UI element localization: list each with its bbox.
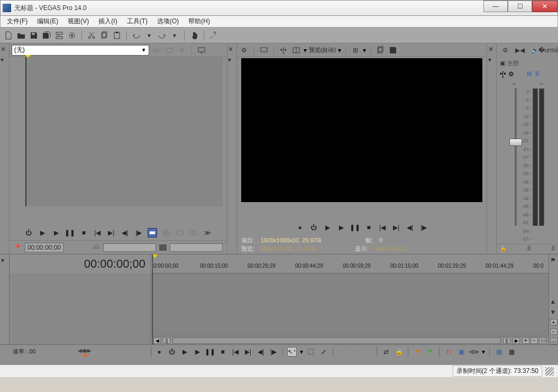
redo-dropdown-icon[interactable]: ▾ — [169, 30, 180, 41]
open-folder-icon[interactable] — [16, 30, 26, 41]
downmix-icon[interactable]: �următ — [544, 45, 555, 56]
prev-frame-icon[interactable]: ◀| — [256, 347, 266, 357]
overlays-icon[interactable]: ⊞ — [350, 45, 361, 56]
event-pan-icon[interactable]: ▦ — [507, 347, 516, 357]
ripple-icon[interactable]: ⇄ — [381, 347, 391, 357]
properties-icon[interactable] — [67, 30, 77, 41]
stop-icon[interactable]: ■ — [364, 223, 373, 232]
pause-icon[interactable]: ❚❚ — [65, 228, 75, 238]
fit-icon[interactable] — [175, 228, 185, 238]
fx-icon[interactable] — [164, 45, 175, 56]
minimize-button[interactable]: — — [483, 1, 508, 12]
next-frame-icon[interactable]: |▶ — [419, 223, 428, 232]
auto-crossfade-icon[interactable]: ⊲⊳ — [469, 347, 479, 357]
save-icon[interactable] — [29, 30, 39, 41]
pause-icon[interactable]: ❚❚ — [350, 223, 360, 232]
trimmer-timecode[interactable]: 00:00:00;00 — [25, 243, 63, 252]
pause-icon[interactable]: ❚❚ — [205, 347, 215, 357]
close-panel-icon[interactable]: ✕ — [1, 45, 8, 53]
record-icon[interactable]: ● — [154, 347, 164, 357]
trimmer-view[interactable] — [25, 57, 223, 206]
next-frame-icon[interactable]: |▶ — [269, 347, 278, 357]
prev-frame-icon[interactable]: ◀| — [120, 228, 130, 238]
redo-icon[interactable] — [157, 30, 167, 41]
insert-icon[interactable] — [189, 228, 198, 238]
play-icon[interactable]: ▶ — [193, 347, 202, 357]
output-fx-icon[interactable]: •[• — [278, 45, 289, 56]
volume-slider[interactable] — [515, 88, 517, 226]
lock-icon[interactable]: 🔒 — [500, 245, 506, 251]
track-list[interactable] — [10, 274, 151, 344]
timeline-counter[interactable]: 00:00:00;00 — [10, 254, 151, 274]
menu-view[interactable]: 视图(V) — [63, 16, 93, 27]
preview-settings-icon[interactable]: ⚙ — [239, 45, 250, 56]
zoom-tool-icon[interactable]: ⤢ — [319, 347, 328, 357]
stop-icon[interactable]: ■ — [218, 347, 227, 357]
automation-icon[interactable]: ⚙ — [508, 70, 514, 78]
dim-output-icon[interactable]: ▶◀ — [515, 45, 525, 56]
go-end-icon[interactable]: ▶| — [391, 223, 401, 232]
split-screen-icon[interactable] — [291, 45, 301, 56]
scroll-left-icon[interactable]: ◀ — [153, 338, 161, 344]
region-start-input[interactable] — [103, 243, 156, 252]
play-icon[interactable]: ▶ — [51, 228, 61, 238]
go-start-icon[interactable]: |◀ — [378, 223, 387, 232]
undo-icon[interactable] — [131, 30, 142, 41]
marker-icon[interactable]: ⚑ — [413, 347, 422, 357]
split-icon[interactable]: ✕ — [363, 347, 372, 357]
menu-file[interactable]: 文件(F) — [3, 16, 32, 27]
auto-ripple-icon[interactable]: ▦ — [494, 347, 504, 357]
scroll-right-icon[interactable]: || — [503, 338, 510, 344]
help-icon[interactable]: ? — [208, 30, 219, 41]
touch-icon[interactable] — [189, 30, 199, 41]
undo-dropdown-icon[interactable]: ▾ — [144, 30, 154, 41]
play-start-icon[interactable]: ▶ — [180, 347, 189, 357]
loop-icon[interactable]: ⏻ — [309, 223, 318, 232]
close-panel-icon[interactable]: ✕ — [228, 45, 235, 53]
go-start-icon[interactable]: |◀ — [93, 228, 102, 238]
menu-edit[interactable]: 编辑(E) — [33, 16, 62, 27]
menu-options[interactable]: 选项(O) — [153, 16, 183, 27]
paste-icon[interactable] — [112, 30, 122, 41]
trimmer-media-dropdown[interactable]: (无) ▼ — [12, 45, 149, 56]
render-icon[interactable] — [54, 30, 65, 41]
region-end-input[interactable] — [170, 243, 223, 252]
new-file-icon[interactable] — [3, 30, 14, 41]
add-to-timeline-icon[interactable] — [148, 228, 157, 238]
cut-icon[interactable] — [86, 30, 97, 41]
zoom-out-icon[interactable]: − — [530, 338, 538, 344]
rate-slider[interactable]: ◀◀▶▶ — [41, 347, 148, 357]
abc-icon[interactable]: ABC — [151, 45, 162, 56]
play-icon[interactable]: ▶ — [336, 223, 346, 232]
go-end-icon[interactable]: ▶| — [106, 228, 116, 238]
play-start-icon[interactable]: ▶ — [38, 228, 47, 238]
mixer-settings-icon[interactable]: ⚙ — [500, 45, 510, 56]
zoom-fit-icon[interactable]: ▭ — [539, 338, 546, 344]
next-frame-icon[interactable]: |▶ — [134, 228, 143, 238]
thumbnail-icon[interactable] — [159, 244, 167, 251]
cursor-marker-icon[interactable] — [152, 254, 158, 258]
scroll-track[interactable] — [172, 338, 501, 344]
loop-region-icon[interactable] — [93, 243, 100, 252]
copy-icon[interactable] — [99, 30, 109, 41]
monitor-icon[interactable] — [196, 45, 207, 56]
preview-quality-label[interactable]: 预览(自动) — [309, 46, 336, 54]
playhead[interactable] — [152, 254, 153, 344]
external-monitor-icon[interactable] — [259, 45, 269, 56]
menu-insert[interactable]: 插入(I) — [94, 16, 121, 27]
region-icon[interactable]: ⚑ — [425, 347, 435, 357]
play-start-icon[interactable]: ▶ — [323, 223, 332, 232]
scroll-up-icon[interactable]: ▲ — [550, 298, 557, 305]
zoom-in-icon[interactable]: + — [522, 338, 529, 344]
scroll-down-icon[interactable]: ▼ — [550, 308, 557, 316]
save-all-icon[interactable] — [41, 30, 52, 41]
scroll-left-icon[interactable]: || — [163, 338, 170, 344]
more-icon[interactable]: ≫ — [203, 228, 212, 238]
delete-trim-icon[interactable]: ✕ — [177, 45, 187, 56]
marker-tool-icon[interactable]: 📍 — [14, 244, 22, 251]
maximize-button[interactable]: ☐ — [508, 1, 532, 12]
go-start-icon[interactable]: |◀ — [231, 347, 240, 357]
timeline-canvas[interactable] — [151, 274, 548, 336]
close-button[interactable]: ✕ — [532, 1, 557, 12]
power-icon[interactable]: ⏻ — [24, 228, 33, 238]
